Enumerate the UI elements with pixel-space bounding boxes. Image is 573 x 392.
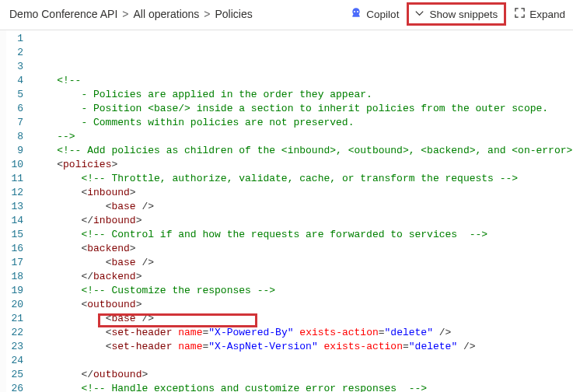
line-number: 26 — [6, 382, 23, 392]
expand-icon — [514, 7, 526, 21]
line-number: 22 — [6, 326, 23, 340]
code-line[interactable]: <!-- Customize the responses --> — [33, 284, 573, 298]
line-number: 4 — [6, 74, 23, 88]
code-line[interactable]: <policies> — [33, 158, 573, 172]
copilot-icon — [350, 7, 362, 22]
header-actions: Copilot Show snippets Expand — [350, 5, 565, 23]
line-number: 17 — [6, 256, 23, 270]
code-line[interactable]: <!-- Throttle, authorize, validate, cach… — [33, 172, 573, 186]
code-line[interactable]: <set-header name="X-AspNet-Version" exis… — [33, 340, 573, 354]
annotation-highlight-box — [98, 313, 257, 327]
line-number: 14 — [6, 214, 23, 228]
line-number: 15 — [6, 228, 23, 242]
line-number: 19 — [6, 284, 23, 298]
line-number: 7 — [6, 116, 23, 130]
svg-point-1 — [357, 11, 358, 12]
header-bar: Demo Conference API > All operations > P… — [0, 0, 573, 30]
line-number: 24 — [6, 354, 23, 368]
code-line[interactable]: - Comments within policies are not prese… — [33, 116, 573, 130]
code-line[interactable]: </inbound> — [33, 214, 573, 228]
copilot-label: Copilot — [366, 9, 399, 20]
code-line[interactable]: </outbound> — [33, 368, 573, 382]
svg-point-0 — [354, 11, 355, 12]
line-number: 6 — [6, 102, 23, 116]
code-line[interactable]: <inbound> — [33, 186, 573, 200]
breadcrumb-item-policies[interactable]: Policies — [215, 8, 253, 20]
line-number: 5 — [6, 88, 23, 102]
code-line[interactable]: <base /> — [33, 256, 573, 270]
show-snippets-button[interactable]: Show snippets — [407, 2, 506, 26]
code-line[interactable] — [33, 354, 573, 368]
line-number: 1 — [6, 32, 23, 46]
line-number: 12 — [6, 186, 23, 200]
code-line[interactable]: <set-header name="X-Powered-By" exists-a… — [33, 326, 573, 340]
line-number: 21 — [6, 312, 23, 326]
line-number: 8 — [6, 130, 23, 144]
breadcrumb-sep: > — [204, 8, 210, 20]
line-number: 18 — [6, 270, 23, 284]
show-snippets-label: Show snippets — [429, 9, 498, 20]
line-number: 10 — [6, 158, 23, 172]
line-number: 3 — [6, 60, 23, 74]
code-line[interactable]: </backend> — [33, 270, 573, 284]
line-number: 2 — [6, 46, 23, 60]
line-number: 16 — [6, 242, 23, 256]
breadcrumb-sep: > — [122, 8, 128, 20]
breadcrumb: Demo Conference API > All operations > P… — [9, 8, 253, 20]
line-number: 11 — [6, 172, 23, 186]
expand-button[interactable]: Expand — [514, 7, 565, 21]
code-line[interactable]: - Policies are applied in the order they… — [33, 88, 573, 102]
code-line[interactable]: - Position <base/> inside a section to i… — [33, 102, 573, 116]
line-gutter: 1234567891011121314151617181920212223242… — [6, 30, 33, 392]
code-area[interactable]: <!-- - Policies are applied in the order… — [33, 30, 573, 392]
expand-label: Expand — [529, 9, 565, 20]
breadcrumb-item-operations[interactable]: All operations — [133, 8, 199, 20]
code-line[interactable]: <!-- Control if and how the requests are… — [33, 228, 573, 242]
code-line[interactable]: <!-- — [33, 74, 573, 88]
editor-minimap[interactable] — [0, 30, 6, 392]
line-number: 20 — [6, 298, 23, 312]
code-line[interactable]: --> — [33, 130, 573, 144]
line-number: 23 — [6, 340, 23, 354]
line-number: 13 — [6, 200, 23, 214]
chevron-down-icon — [414, 7, 425, 21]
code-line[interactable]: <base /> — [33, 200, 573, 214]
code-line[interactable]: <!-- Add policies as children of the <in… — [33, 144, 573, 158]
code-line[interactable]: <outbound> — [33, 298, 573, 312]
code-editor[interactable]: 1234567891011121314151617181920212223242… — [0, 30, 573, 392]
line-number: 25 — [6, 368, 23, 382]
code-line[interactable]: <!-- Handle exceptions and customize err… — [33, 382, 573, 392]
line-number: 9 — [6, 144, 23, 158]
code-line[interactable]: <backend> — [33, 242, 573, 256]
copilot-button[interactable]: Copilot — [350, 7, 399, 22]
breadcrumb-item-api[interactable]: Demo Conference API — [9, 8, 117, 20]
